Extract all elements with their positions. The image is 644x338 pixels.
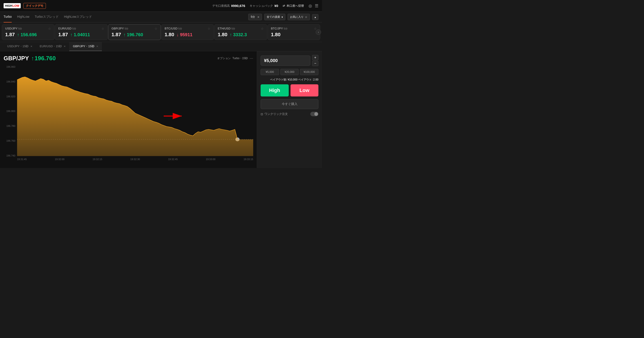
payout-label: ペイアウト額: [270, 78, 287, 81]
chevron-up-icon: ▴ [314, 16, 316, 19]
payout-info: ペイアウト額: ¥10,000 ペイアウト: 2.00 [260, 78, 318, 82]
asset-name: BTC/USD 5分 [164, 27, 182, 30]
one-click-icon: ⊡ [260, 112, 263, 116]
payout-amount: ¥10,000 [288, 78, 297, 81]
main-tab-bar: Turbo HighLow Turboスプレッド HighLowスプレッド 5分… [0, 12, 322, 22]
close-icon[interactable]: ✕ [30, 45, 32, 48]
sub-tab-bar: USD/JPY・15秒 ✕ EUR/USD・15秒 ✕ GBP/JPY・15秒 … [0, 42, 322, 51]
up-arrow-icon: ↑ [31, 55, 34, 62]
close-icon[interactable]: ✕ [64, 45, 66, 48]
amount-input[interactable]: ¥5,000 [260, 56, 310, 66]
x-label: 19:32:45 [168, 158, 178, 160]
asset-payout: 1.80 [271, 32, 281, 38]
cashback-label: キャッシュバック [250, 4, 273, 8]
chart-wrapper: 196.860 196.840 196.820 196.800 196.780 … [4, 66, 253, 162]
option-type: オプション [217, 56, 231, 60]
logo-low: LOW [12, 4, 19, 8]
header-icons: ◎ ☰ [308, 3, 318, 8]
x-label: 19:32:30 [130, 158, 140, 160]
asset-price: ↑ 1.04011 [70, 32, 90, 37]
balance-section: デモ口座残高 ¥990,676 [212, 4, 245, 8]
one-click-text: ワンクリック注文 [264, 112, 288, 116]
sub-tab-eurusd[interactable]: EUR/USD・15秒 ✕ [36, 42, 69, 51]
star-icon[interactable]: ☆ [102, 27, 104, 30]
logo-high: HIGH [5, 4, 12, 8]
sub-tab-gbpjpy[interactable]: GBP/JPY・15秒 ✕ [69, 42, 102, 51]
balance-label: デモ口座残高 [212, 4, 230, 8]
demo-badge: クイックデモ [24, 3, 46, 9]
x-label: 19:33:00 [206, 158, 216, 160]
quick-amount-20000[interactable]: ¥20,000 [280, 69, 299, 75]
star-icon[interactable]: ☆ [208, 27, 210, 30]
right-panel: ¥5,000 + − ¥5,000 ¥20,000 ¥100,000 ペイアウト… [257, 51, 322, 168]
y-label: 196.840 [4, 80, 15, 83]
star-icon[interactable]: ☆ [48, 27, 51, 30]
header-left: HIGH LOW クイックデモ [4, 3, 46, 9]
y-axis: 196.860 196.840 196.820 196.800 196.780 … [4, 66, 17, 162]
chart-area: GBP/JPY ↑196.760 オプション Turbo・15秒 ⋯ 196.8… [0, 51, 257, 168]
asset-name: EUR/USD 5分 [58, 27, 76, 30]
star-icon[interactable]: ☆ [261, 27, 264, 30]
star-icon[interactable]: ☆ [314, 27, 317, 30]
one-click-toggle[interactable] [310, 112, 318, 116]
amount-decrease-button[interactable]: − [312, 61, 318, 66]
asset-price: ↑ 156.696 [17, 32, 37, 37]
asset-price: ↑ 196.760 [123, 32, 143, 37]
favorites-filter[interactable]: お気に入り ☆ [288, 14, 310, 20]
collapse-btn[interactable]: ▴ [312, 14, 318, 20]
asset-price: ↑ 3332.3 [230, 32, 247, 37]
asset-card-btcusd[interactable]: BTC/USD 5分 ☆ 1.80 ↓ 95911 [161, 24, 214, 40]
asset-card-usdjpy[interactable]: USD/JPY 5分 ☆ 1.87 ↑ 156.696 [2, 24, 54, 40]
tab-turbo[interactable]: Turbo [4, 12, 12, 22]
asset-card-btcjpy[interactable]: BTC/JPY 5分 ☆ 1.80 [268, 24, 320, 40]
high-button[interactable]: High [260, 84, 289, 96]
one-click-row: ⊡ ワンクリック注文 [260, 112, 318, 116]
asset-payout: 1.87 [58, 32, 68, 38]
low-button[interactable]: Low [290, 84, 319, 96]
asset-payout: 1.80 [164, 32, 174, 38]
assets-filter-label: 全ての資産 [267, 15, 280, 19]
time-filter[interactable]: 5分 ✕ [248, 14, 262, 20]
chart-pair: GBP/JPY [4, 55, 29, 62]
logo[interactable]: HIGH LOW [4, 3, 21, 8]
asset-payout: 1.80 [218, 32, 227, 38]
cashback-value: ¥0 [274, 4, 278, 8]
close-icon[interactable]: ✕ [96, 45, 98, 48]
assets-filter[interactable]: 全ての資産 ▾ [264, 14, 285, 20]
y-label: 196.860 [4, 66, 15, 68]
sub-tab-usdjpy[interactable]: USD/JPY・15秒 ✕ [4, 42, 36, 51]
x-axis: 19:31:45 19:32:00 19:32:15 19:32:30 19:3… [17, 157, 253, 162]
chart-price: ↑196.760 [31, 55, 56, 62]
asset-card-eurusd[interactable]: EUR/USD 5分 ☆ 1.87 ↑ 1.04011 [55, 24, 108, 40]
quick-amount-5000[interactable]: ¥5,000 [260, 69, 279, 75]
time-filter-close[interactable]: ✕ [257, 16, 260, 19]
asset-strip-next-icon[interactable]: › [316, 30, 321, 35]
x-label: 19:31:45 [17, 158, 27, 160]
star-icon[interactable]: ☆ [154, 27, 158, 30]
one-click-label: ⊡ ワンクリック注文 [260, 112, 288, 116]
x-label: 19:32:15 [93, 158, 102, 160]
tab-highlow[interactable]: HighLow [17, 12, 29, 22]
menu-icon[interactable]: ☰ [315, 3, 318, 8]
asset-name: USD/JPY 5分 [5, 27, 22, 30]
asset-name: GBP/JPY 5分 [112, 27, 128, 30]
tab-highlow-spread[interactable]: HighLowスプレッド [64, 12, 92, 22]
sub-tab-label: GBP/JPY・15秒 [73, 44, 94, 48]
quick-amount-100000[interactable]: ¥100,000 [300, 69, 318, 75]
tabs-right: 5分 ✕ 全ての資産 ▾ お気に入り ☆ ▴ [248, 14, 318, 20]
asset-card-ethusd[interactable]: ETH/USD 5分 ☆ 1.80 ↑ 3332.3 [214, 24, 267, 40]
amount-increase-button[interactable]: + [312, 55, 318, 60]
cashback-section: キャッシュバック ¥0 [250, 4, 278, 8]
y-label: 196.780 [4, 124, 15, 127]
switch-account-button[interactable]: ⇄ 本口座へ切替 [283, 4, 304, 8]
y-label: 196.800 [4, 110, 15, 112]
tab-turbo-spread[interactable]: Turboスプレッド [35, 12, 59, 22]
options-menu-icon[interactable]: ⋯ [250, 56, 253, 60]
header: HIGH LOW クイックデモ デモ口座残高 ¥990,676 キャッシュバック… [0, 0, 322, 12]
star-icon: ☆ [305, 16, 308, 19]
asset-payout: 1.87 [5, 32, 15, 38]
buy-now-button[interactable]: 今すぐ購入 [260, 99, 318, 109]
asset-card-gbpjpy[interactable]: GBP/JPY 5分 ☆ 1.87 ↑ 196.760 [108, 24, 161, 40]
location-icon[interactable]: ◎ [308, 3, 312, 8]
y-label: 196.740 [4, 154, 15, 157]
